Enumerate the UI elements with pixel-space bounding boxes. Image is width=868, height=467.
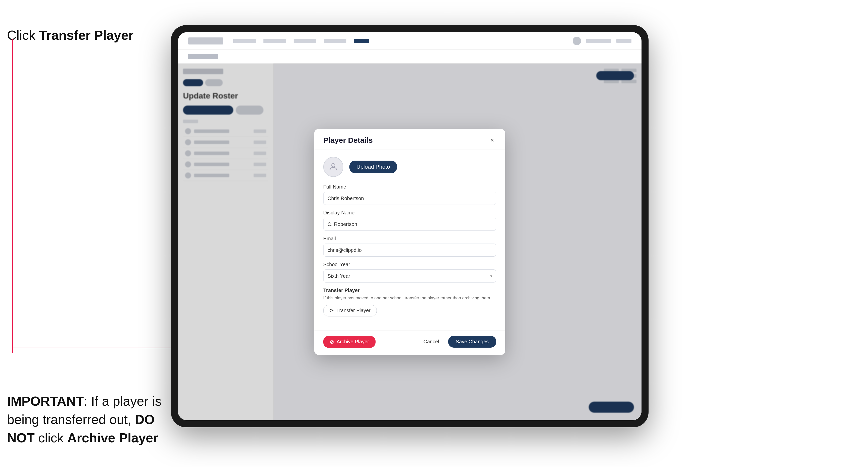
tablet-screen: Update Roster [178,32,642,420]
instruction-archive-ref: Archive Player [67,431,158,445]
svg-point-0 [332,164,335,167]
archive-player-button[interactable]: ⊘ Archive Player [323,336,376,348]
sub-header [178,50,642,64]
display-name-field: Display Name [323,210,496,231]
player-avatar-placeholder [323,157,343,177]
user-icon [328,162,338,172]
modal-title: Player Details [323,136,373,145]
instruction-important: IMPORTANT [7,394,84,408]
nav-item-players [264,39,286,43]
footer-right-actions: Cancel Save Changes [418,336,496,348]
topbar-action [616,39,631,43]
app-nav [233,39,563,43]
full-name-input[interactable] [323,192,496,205]
archive-button-label: Archive Player [337,339,369,345]
tablet-device: Update Roster [171,25,649,427]
nav-item-dashboard [233,39,256,43]
app-logo [188,37,223,44]
nav-item-analytics [324,39,346,43]
full-name-field: Full Name [323,184,496,205]
instruction-transfer-bold: Transfer Player [39,28,133,42]
transfer-section-title: Transfer Player [323,287,496,293]
display-name-input[interactable] [323,218,496,231]
email-field: Email [323,236,496,257]
transfer-icon: ⟳ [330,308,334,314]
school-year-select-wrapper: Sixth Year First Year Second Year Third … [323,270,496,282]
transfer-section: Transfer Player If this player has moved… [323,287,496,316]
topbar-username [586,39,611,43]
save-changes-button[interactable]: Save Changes [448,336,496,348]
school-year-select[interactable]: Sixth Year First Year Second Year Third … [323,270,496,282]
archive-icon: ⊘ [330,339,334,345]
modal-body: Upload Photo Full Name Display Name [314,150,505,331]
modal-header: Player Details × [314,129,505,150]
annotation-line-vertical [12,39,13,353]
main-content: Update Roster [178,64,642,420]
instruction-top: Click Transfer Player [7,28,133,43]
modal-footer: ⊘ Archive Player Cancel Save Changes [314,331,505,355]
school-year-label: School Year [323,262,496,268]
nav-item-roster [354,39,369,43]
cancel-button[interactable]: Cancel [418,336,444,348]
instruction-text-end: click [35,431,67,445]
sub-header-logo [188,54,218,59]
full-name-label: Full Name [323,184,496,190]
topbar-avatar [572,37,581,45]
topbar-right [572,37,631,45]
player-details-modal: Player Details × [314,129,505,355]
transfer-section-description: If this player has moved to another scho… [323,295,496,301]
app-topbar [178,32,642,50]
instruction-bottom: IMPORTANT: If a player is being transfer… [7,392,168,447]
modal-overlay: Player Details × [178,64,642,420]
photo-section: Upload Photo [323,157,496,177]
email-label: Email [323,236,496,242]
nav-item-teams [293,39,316,43]
transfer-player-button[interactable]: ⟳ Transfer Player [323,305,377,316]
modal-close-button[interactable]: × [488,136,496,144]
email-input[interactable] [323,244,496,257]
school-year-field: School Year Sixth Year First Year Second… [323,262,496,282]
upload-photo-button[interactable]: Upload Photo [349,161,397,173]
display-name-label: Display Name [323,210,496,216]
transfer-button-label: Transfer Player [336,308,371,313]
